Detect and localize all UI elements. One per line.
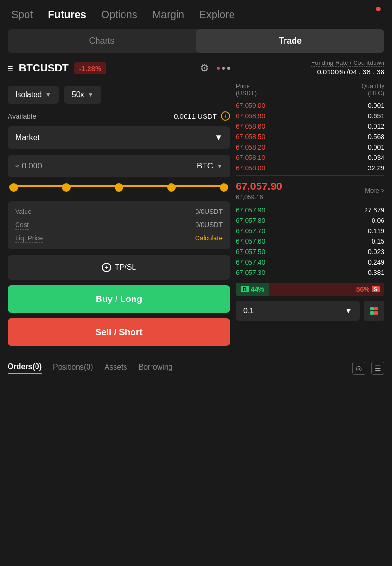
more-menu-icon[interactable] <box>217 67 230 70</box>
bid-row: 67,057.800.06 <box>236 215 384 226</box>
value-row: Value 0/0USDT <box>15 208 223 216</box>
buy-long-button[interactable]: Buy / Long <box>8 285 230 313</box>
ask-row: 67,059.000.001 <box>236 100 384 111</box>
top-navigation: Spot Futures Options Margin Explore <box>0 0 392 29</box>
available-value: 0.0011 USDT + <box>174 111 230 121</box>
amount-input[interactable]: ≈ 0.000 BTC ▼ <box>8 155 230 177</box>
bid-row: 67,057.400.249 <box>236 257 384 267</box>
leverage-slider[interactable] <box>8 185 230 192</box>
funding-value: 0.0100% /04 : 38 : 38 <box>236 68 384 76</box>
ask-row: 67,058.0032.29 <box>236 163 384 173</box>
bid-rows: 67,057.9027.679 67,057.800.06 67,057.700… <box>236 205 384 278</box>
more-link[interactable]: More > <box>365 187 384 194</box>
ask-row: 67,058.100.034 <box>236 152 384 163</box>
slider-dot-75[interactable] <box>167 183 176 192</box>
bottom-tabs: Orders(0) Positions(0) Assets Borrowing … <box>0 354 392 379</box>
sell-percentage: 56% S <box>269 283 384 296</box>
ask-row: 67,058.500.568 <box>236 132 384 142</box>
mid-price-sub: 67,059.16 <box>236 194 282 201</box>
bid-row: 67,057.500.023 <box>236 247 384 257</box>
leverage-selector[interactable]: 50x ▼ <box>64 86 101 104</box>
chevron-down-icon: ▼ <box>214 133 223 142</box>
ticker-change: -1.28% <box>74 62 107 74</box>
mid-price: 67,057.90 <box>236 180 282 193</box>
ticker-name: BTCUSDT <box>19 62 69 74</box>
mid-price-row: 67,057.90 67,059.16 More > <box>236 175 384 203</box>
liq-label: Liq. Price <box>15 234 43 243</box>
currency-selector[interactable]: BTC ▼ <box>197 161 223 171</box>
trade-tab[interactable]: Trade <box>196 29 384 53</box>
nav-futures[interactable]: Futures <box>48 9 86 21</box>
bid-row: 67,057.600.15 <box>236 236 384 247</box>
ticker-icon: ≡ <box>8 63 13 74</box>
buy-badge: B <box>241 286 249 292</box>
ticker-right: ⚙ <box>200 62 230 74</box>
bottom-tab-icons: ◎ ☰ <box>352 362 384 375</box>
controls-row: Isolated ▼ 50x ▼ <box>8 86 230 104</box>
order-details: Value 0/0USDT Cost 0/0USDT Liq. Price Ca… <box>8 201 230 249</box>
chevron-down-icon: ▼ <box>217 163 223 169</box>
bid-row: 67,057.300.381 <box>236 267 384 278</box>
sell-badge: S <box>372 286 380 292</box>
tab-positions[interactable]: Positions(0) <box>53 363 93 373</box>
available-row: Available 0.0011 USDT + <box>8 111 230 121</box>
funding-label: Funding Rate / Countdown <box>311 59 384 67</box>
qty-dropdown[interactable]: 0.1 ▼ <box>236 301 360 321</box>
nav-spot[interactable]: Spot <box>11 9 33 21</box>
chevron-down-icon: ▼ <box>45 91 51 98</box>
cost-row: Cost 0/0USDT <box>15 221 223 230</box>
ask-row: 67,058.200.001 <box>236 142 384 152</box>
orderbook-header: Price (USDT) Quantity (BTC) <box>236 80 384 98</box>
nav-margin[interactable]: Margin <box>152 9 184 21</box>
mid-price-block: 67,057.90 67,059.16 <box>236 180 282 201</box>
sell-short-button[interactable]: Sell / Short <box>8 318 230 346</box>
tab-orders[interactable]: Orders(0) <box>8 363 42 374</box>
tpsl-button[interactable]: + TP/SL <box>8 255 230 280</box>
bid-row: 67,057.700.119 <box>236 226 384 236</box>
cost-amount: 0/0USDT <box>195 221 223 230</box>
ask-rows: 67,059.000.001 67,058.900.651 67,058.600… <box>236 100 384 173</box>
tab-borrowing[interactable]: Borrowing <box>139 363 173 373</box>
ask-row: 67,058.900.651 <box>236 111 384 121</box>
buy-sell-bar: B 44% 56% S <box>236 283 384 296</box>
price-column-header: Price (USDT) <box>236 82 257 97</box>
slider-dot-25[interactable] <box>62 183 71 192</box>
list-icon[interactable]: ☰ <box>371 362 384 375</box>
notification-dot <box>376 7 381 11</box>
liq-value[interactable]: Calculate <box>195 234 223 243</box>
tab-assets[interactable]: Assets <box>105 363 127 373</box>
qty-column-header: Quantity (BTC) <box>362 82 384 97</box>
amount-value: ≈ 0.000 <box>15 161 42 171</box>
grid-icon <box>370 307 378 315</box>
slider-dot-0[interactable] <box>9 183 18 192</box>
value-label: Value <box>15 208 32 216</box>
nav-options[interactable]: Options <box>101 9 137 21</box>
slider-dots <box>9 183 228 192</box>
available-label: Available <box>8 112 36 120</box>
chevron-down-icon: ▼ <box>345 307 352 315</box>
view-toggle: Charts Trade <box>8 29 384 53</box>
order-type-selector[interactable]: Market ▼ <box>8 126 230 149</box>
margin-mode-selector[interactable]: Isolated ▼ <box>8 86 59 104</box>
slider-dot-50[interactable] <box>115 183 123 192</box>
settings-icon[interactable]: ◎ <box>352 362 365 375</box>
main-content: ≡ BTCUSDT -1.28% ⚙ Isolated ▼ 50x ▼ <box>0 58 392 346</box>
bid-row: 67,057.9027.679 <box>236 205 384 215</box>
plus-icon: + <box>102 263 111 272</box>
left-panel: ≡ BTCUSDT -1.28% ⚙ Isolated ▼ 50x ▼ <box>8 58 230 346</box>
chevron-down-icon: ▼ <box>88 91 94 98</box>
ask-row: 67,058.600.012 <box>236 121 384 132</box>
nav-explore[interactable]: Explore <box>199 9 235 21</box>
funding-rate: Funding Rate / Countdown 0.0100% /04 : 3… <box>236 58 384 76</box>
quantity-selector: 0.1 ▼ <box>236 301 384 321</box>
right-panel: Funding Rate / Countdown 0.0100% /04 : 3… <box>230 58 384 346</box>
slider-dot-100[interactable] <box>220 183 228 192</box>
cost-label: Cost <box>15 221 29 230</box>
ticker-left: ≡ BTCUSDT -1.28% <box>8 62 106 74</box>
layout-button[interactable] <box>364 301 384 321</box>
charts-tab[interactable]: Charts <box>8 29 196 53</box>
buy-percentage: B 44% <box>236 283 269 296</box>
add-funds-button[interactable]: + <box>221 111 230 121</box>
liq-row: Liq. Price Calculate <box>15 234 223 243</box>
chart-icon[interactable]: ⚙ <box>200 62 209 74</box>
